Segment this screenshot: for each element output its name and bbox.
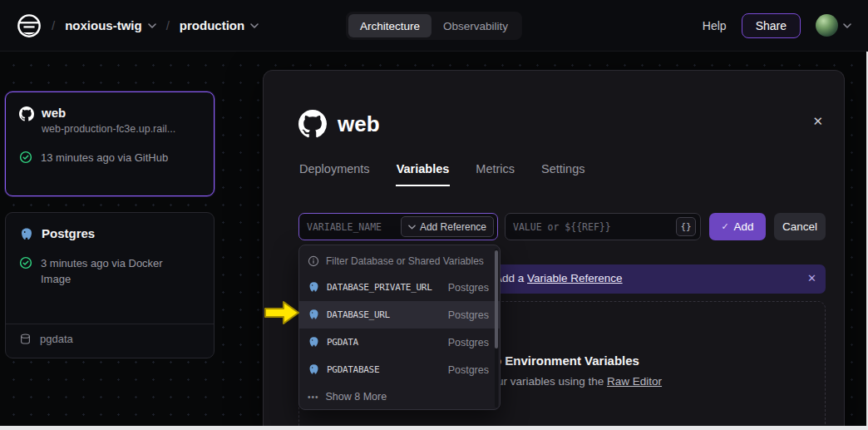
service-detail-panel: web ✕ Deployments Variables Metrics Sett… — [263, 70, 845, 430]
chevron-down-icon — [250, 23, 259, 28]
chevron-down-icon — [148, 23, 156, 28]
postgres-icon — [19, 227, 34, 242]
banner-close-button[interactable]: ✕ — [807, 272, 816, 284]
railway-logo-icon — [17, 13, 42, 38]
panel-title: web — [338, 111, 380, 137]
variable-source: Postgres — [448, 309, 489, 321]
tab-variables[interactable]: Variables — [396, 162, 451, 186]
filter-variables-option[interactable]: Filter Database or Shared Variables — [299, 248, 500, 274]
service-domain: web-production-fc3e.up.rail... — [42, 123, 175, 135]
panel-tabs: Deployments Variables Metrics Settings — [298, 162, 585, 186]
close-icon: ✕ — [807, 272, 816, 284]
share-button[interactable]: Share — [742, 13, 801, 38]
add-button-label: Add — [734, 220, 754, 233]
github-icon — [298, 110, 327, 138]
cancel-button[interactable]: Cancel — [774, 213, 826, 240]
variable-reference-link[interactable]: Variable Reference — [527, 272, 623, 284]
variable-source: Postgres — [448, 282, 489, 294]
volume-icon — [19, 333, 32, 345]
banner-text: Add a Variable Reference — [495, 272, 623, 284]
tab-metrics[interactable]: Metrics — [475, 162, 515, 186]
top-navbar: / noxious-twig / production Architecture… — [0, 0, 868, 52]
breadcrumb: / noxious-twig / production — [17, 13, 259, 38]
service-card-web[interactable]: web web-production-fc3e.up.rail... 13 mi… — [5, 91, 215, 196]
account-menu[interactable] — [816, 14, 851, 37]
new-variable-form: Add Reference {} ✓ Add Cancel — [298, 213, 826, 240]
variable-value-input[interactable] — [506, 221, 676, 233]
postgres-icon — [308, 336, 320, 348]
variable-name: DATABASE_PRIVATE_URL — [327, 282, 441, 293]
deploy-status: 13 minutes ago via GitHub — [19, 150, 200, 166]
volume-row[interactable]: pgdata — [19, 333, 73, 345]
breadcrumb-separator: / — [166, 18, 170, 32]
dropdown-item-pgdatabase[interactable]: PGDATABASE Postgres — [299, 356, 500, 383]
add-reference-label: Add Reference — [420, 221, 486, 233]
variable-name: DATABASE_URL — [327, 309, 441, 320]
variable-suggestions-dropdown: Filter Database or Shared Variables DATA… — [298, 245, 501, 410]
chevron-down-icon — [843, 23, 851, 28]
panel-close-button[interactable]: ✕ — [812, 115, 823, 128]
braces-icon[interactable]: {} — [676, 217, 696, 236]
deploy-status-text: 13 minutes ago via GitHub — [41, 150, 168, 166]
breadcrumb-project[interactable]: noxious-twig — [65, 18, 156, 32]
project-name: noxious-twig — [65, 18, 142, 32]
tab-settings[interactable]: Settings — [540, 162, 585, 186]
deploy-status-text: 3 minutes ago via Docker Image — [41, 255, 178, 287]
variable-value-field: {} — [505, 213, 701, 240]
avatar[interactable] — [816, 14, 838, 37]
project-canvas: web web-production-fc3e.up.rail... 13 mi… — [0, 52, 868, 430]
tab-deployments[interactable]: Deployments — [298, 162, 371, 186]
close-icon: ✕ — [812, 114, 823, 128]
info-icon — [308, 255, 319, 267]
service-name: Postgres — [42, 226, 95, 241]
success-check-icon — [19, 256, 32, 269]
variable-name-input[interactable] — [299, 221, 401, 233]
chevron-down-icon — [408, 225, 416, 230]
scrollbar[interactable] — [495, 249, 498, 408]
deploy-status: 3 minutes ago via Docker Image — [19, 255, 200, 287]
divider — [6, 324, 214, 324]
window-edge-bottom — [0, 426, 868, 430]
tab-architecture[interactable]: Architecture — [348, 14, 432, 37]
panel-header: web ✕ — [298, 108, 824, 140]
filter-variables-label: Filter Database or Shared Variables — [326, 255, 484, 267]
variable-source: Postgres — [448, 364, 489, 376]
add-reference-button[interactable]: Add Reference — [401, 216, 494, 237]
postgres-icon — [308, 281, 320, 294]
show-more-option[interactable]: ••• Show 8 More — [299, 383, 500, 410]
breadcrumb-separator: / — [52, 18, 55, 32]
postgres-icon — [308, 309, 320, 321]
dropdown-item-database-private-url[interactable]: DATABASE_PRIVATE_URL Postgres — [299, 274, 500, 301]
railway-logo[interactable] — [17, 13, 42, 38]
service-name: web — [42, 106, 175, 121]
environment-name: production — [180, 18, 244, 32]
railway-app-window: / noxious-twig / production Architecture… — [0, 0, 868, 430]
variable-source: Postgres — [448, 337, 489, 348]
variable-name: PGDATA — [327, 337, 441, 348]
view-switcher: Architecture Observability — [346, 12, 522, 40]
success-check-icon — [19, 151, 32, 164]
variable-name: PGDATABASE — [327, 364, 441, 375]
dropdown-item-database-url[interactable]: DATABASE_URL Postgres — [299, 301, 500, 329]
add-button[interactable]: ✓ Add — [709, 213, 766, 240]
dropdown-item-pgdata[interactable]: PGDATA Postgres — [299, 329, 500, 356]
show-more-label: Show 8 More — [326, 391, 387, 403]
variable-name-field: Add Reference — [298, 213, 498, 240]
service-card-postgres[interactable]: Postgres 3 minutes ago via Docker Image … — [5, 212, 215, 358]
tab-observability[interactable]: Observability — [432, 14, 520, 37]
navbar-actions: Help Share — [703, 13, 851, 38]
annotation-arrow-icon — [263, 299, 301, 326]
breadcrumb-environment[interactable]: production — [180, 18, 259, 32]
github-icon — [19, 106, 34, 121]
raw-editor-link[interactable]: Raw Editor — [607, 375, 662, 388]
volume-name: pgdata — [40, 333, 73, 345]
ellipsis-icon: ••• — [308, 393, 319, 402]
postgres-icon — [308, 363, 320, 376]
help-button[interactable]: Help — [703, 19, 727, 32]
scrollbar-thumb[interactable] — [495, 250, 498, 348]
check-icon: ✓ — [721, 221, 728, 232]
